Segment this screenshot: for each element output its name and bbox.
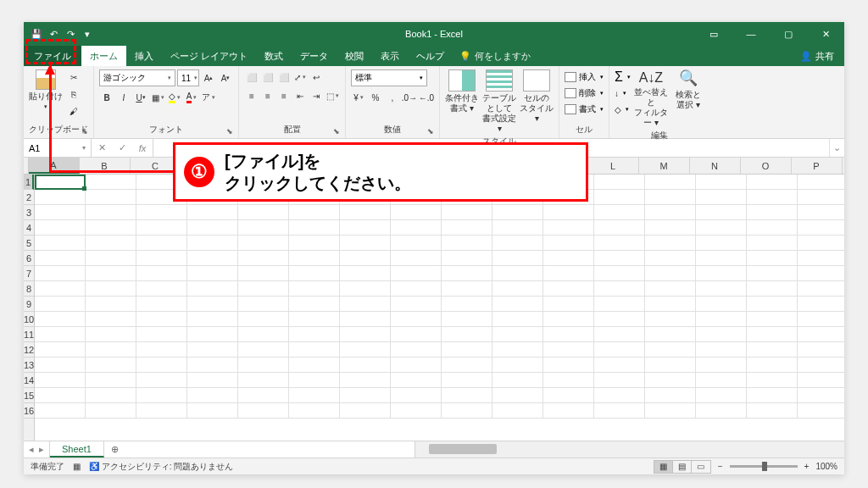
cell[interactable] — [798, 342, 844, 358]
cell[interactable] — [340, 266, 391, 281]
cell[interactable] — [238, 388, 289, 403]
cell[interactable] — [696, 281, 747, 297]
cell[interactable] — [492, 251, 543, 266]
cell[interactable] — [492, 358, 543, 373]
cell[interactable] — [594, 403, 645, 419]
cell[interactable] — [696, 312, 747, 327]
bold-button[interactable]: B — [99, 90, 114, 105]
increase-decimal-button[interactable]: .0→ — [402, 90, 417, 105]
cell[interactable] — [696, 236, 747, 251]
cell[interactable] — [492, 327, 543, 342]
cell[interactable] — [645, 297, 696, 312]
cell[interactable] — [492, 220, 543, 236]
row-header[interactable]: 3 — [24, 205, 34, 220]
cell[interactable] — [86, 205, 136, 220]
delete-cells-button[interactable]: 削除▾ — [565, 86, 604, 101]
align-right-button[interactable]: ≡ — [276, 88, 292, 103]
cell[interactable] — [238, 205, 289, 220]
cell[interactable] — [747, 297, 798, 312]
font-launcher-icon[interactable]: ⬊ — [226, 127, 233, 136]
add-sheet-button[interactable]: ⊕ — [104, 441, 126, 458]
cell[interactable] — [798, 327, 844, 342]
cell[interactable] — [238, 373, 289, 388]
cell[interactable] — [696, 327, 747, 342]
cell[interactable] — [289, 205, 340, 220]
close-button[interactable]: ✕ — [807, 22, 844, 46]
column-header[interactable]: P — [792, 158, 843, 174]
increase-indent-button[interactable]: ⇥ — [309, 88, 324, 103]
cell[interactable] — [543, 388, 594, 403]
decrease-decimal-button[interactable]: ←.0 — [419, 90, 434, 105]
cell[interactable] — [645, 205, 696, 220]
cell[interactable] — [35, 342, 86, 358]
row-header[interactable]: 9 — [24, 297, 34, 312]
cell[interactable] — [187, 220, 238, 236]
cell[interactable] — [136, 251, 187, 266]
undo-icon[interactable]: ↶ — [47, 28, 59, 40]
cell[interactable] — [340, 373, 391, 388]
cell[interactable] — [187, 266, 238, 281]
cell[interactable] — [340, 342, 391, 358]
cell[interactable] — [492, 205, 543, 220]
cell[interactable] — [187, 236, 238, 251]
column-header[interactable]: L — [588, 158, 639, 174]
cell[interactable] — [238, 251, 289, 266]
cell[interactable] — [340, 220, 391, 236]
cell[interactable] — [86, 281, 136, 297]
cell[interactable] — [289, 220, 340, 236]
conditional-format-button[interactable]: 条件付き 書式 ▾ — [445, 69, 479, 114]
cell[interactable] — [645, 251, 696, 266]
cell[interactable] — [696, 205, 747, 220]
cell[interactable] — [543, 327, 594, 342]
cell[interactable] — [86, 388, 136, 403]
row-header[interactable]: 14 — [24, 373, 34, 388]
cell[interactable] — [696, 175, 747, 190]
cell[interactable] — [238, 342, 289, 358]
copy-button[interactable]: ⎘ — [66, 86, 81, 102]
cell[interactable] — [798, 251, 844, 266]
cell[interactable] — [442, 297, 492, 312]
cell[interactable] — [645, 175, 696, 190]
cell[interactable] — [35, 297, 86, 312]
zoom-in-button[interactable]: + — [804, 462, 810, 471]
italic-button[interactable]: I — [116, 90, 131, 105]
page-break-view-button[interactable]: ▭ — [692, 461, 710, 473]
zoom-level[interactable]: 100% — [815, 462, 837, 471]
cell[interactable] — [35, 220, 86, 236]
cell[interactable] — [35, 373, 86, 388]
normal-view-button[interactable]: ▦ — [654, 461, 673, 473]
row-header[interactable]: 16 — [24, 403, 34, 419]
alignment-launcher-icon[interactable]: ⬊ — [333, 127, 340, 136]
cell[interactable] — [391, 266, 442, 281]
cell[interactable] — [594, 281, 645, 297]
cell[interactable] — [798, 220, 844, 236]
fill-color-button[interactable]: ◇ — [167, 90, 182, 105]
cell[interactable] — [340, 205, 391, 220]
cell[interactable] — [594, 236, 645, 251]
cell[interactable] — [35, 403, 86, 419]
cancel-formula-button[interactable]: ✕ — [92, 142, 112, 153]
cell[interactable] — [747, 358, 798, 373]
cell[interactable] — [86, 266, 136, 281]
font-size-select[interactable]: 11▾ — [177, 69, 199, 86]
cell[interactable] — [645, 327, 696, 342]
cell[interactable] — [391, 327, 442, 342]
cell[interactable] — [747, 236, 798, 251]
cell[interactable] — [136, 373, 187, 388]
row-header[interactable]: 11 — [24, 327, 34, 342]
tab-page-layout[interactable]: ページ レイアウト — [162, 46, 256, 66]
cell[interactable] — [289, 327, 340, 342]
cell[interactable] — [238, 220, 289, 236]
row-header[interactable]: 1 — [24, 175, 34, 190]
cell[interactable] — [289, 236, 340, 251]
number-launcher-icon[interactable]: ⬊ — [427, 127, 434, 136]
cell[interactable] — [35, 266, 86, 281]
cell[interactable] — [238, 358, 289, 373]
cell[interactable] — [136, 205, 187, 220]
cell[interactable] — [86, 297, 136, 312]
cell[interactable] — [187, 312, 238, 327]
cell[interactable] — [442, 373, 492, 388]
format-cells-button[interactable]: 書式▾ — [565, 102, 604, 117]
cell[interactable] — [35, 312, 86, 327]
cell[interactable] — [86, 403, 136, 419]
